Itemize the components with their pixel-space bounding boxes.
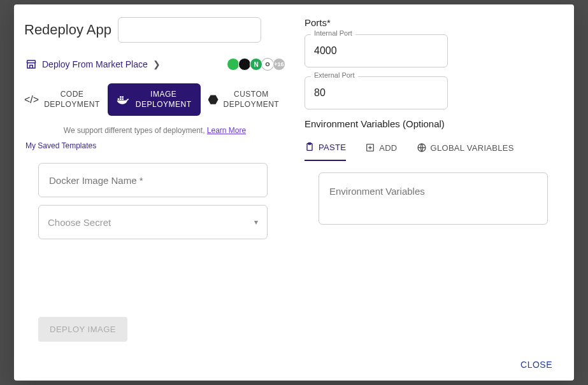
env-vars-box[interactable] xyxy=(319,172,548,225)
saved-templates-link[interactable]: My Saved Templates xyxy=(25,141,285,150)
docker-icon xyxy=(117,95,129,105)
image-deployment-option[interactable]: IMAGE DEPLOYMENT xyxy=(108,83,201,116)
dialog-title: Redeploy App xyxy=(24,22,111,38)
svg-rect-3 xyxy=(120,96,122,98)
close-button[interactable]: CLOSE xyxy=(517,359,556,370)
marketplace-link[interactable]: Deploy From Market Place ❯ xyxy=(25,59,161,70)
tab-paste[interactable]: PASTE xyxy=(305,142,346,161)
external-port-label: External Port xyxy=(311,71,358,79)
chevron-right-icon: ❯ xyxy=(153,59,161,69)
tab-global-variables[interactable]: GLOBAL VARIABLES xyxy=(417,143,514,160)
globe-icon xyxy=(417,143,427,153)
marketplace-badges: O +16 xyxy=(228,58,285,71)
docker-image-field[interactable] xyxy=(38,163,268,197)
store-icon xyxy=(25,59,37,70)
redeploy-dialog: Redeploy App Deploy From Market Place ❯ … xyxy=(14,4,574,381)
secret-placeholder: Choose Secret xyxy=(48,217,111,228)
badge-icon xyxy=(250,58,262,71)
clipboard-icon xyxy=(305,142,315,152)
env-vars-title: Environment Variables (Optional) xyxy=(305,118,564,129)
svg-rect-4 xyxy=(122,96,124,98)
svg-rect-1 xyxy=(120,98,122,100)
badge-icon xyxy=(238,58,251,71)
svg-rect-2 xyxy=(122,98,124,100)
svg-rect-0 xyxy=(117,98,119,100)
badge-icon xyxy=(227,58,240,71)
ports-title: Ports* xyxy=(305,17,564,28)
code-icon: </> xyxy=(24,94,39,106)
marketplace-label: Deploy From Market Place xyxy=(42,59,148,69)
hexagon-icon xyxy=(208,95,219,105)
learn-more-link[interactable]: Learn More xyxy=(207,126,246,135)
badge-more-icon: +16 xyxy=(273,58,285,71)
custom-deployment-option[interactable]: CUSTOM DEPLOYMENT xyxy=(208,90,280,109)
badge-icon: O xyxy=(261,58,274,71)
code-deployment-option[interactable]: </> CODE DEPLOYMENT xyxy=(24,90,100,109)
caret-down-icon: ▾ xyxy=(254,218,258,227)
choose-secret-select[interactable]: Choose Secret ▾ xyxy=(38,205,268,239)
plus-box-icon xyxy=(365,143,375,153)
deploy-image-button[interactable]: DEPLOY IMAGE xyxy=(38,317,127,342)
docker-image-input[interactable] xyxy=(48,174,258,186)
support-text: We support different types of deployment… xyxy=(24,126,285,135)
external-port-input[interactable] xyxy=(305,76,448,109)
tab-add[interactable]: ADD xyxy=(365,143,397,160)
internal-port-label: Internal Port xyxy=(311,29,355,37)
env-vars-textarea[interactable] xyxy=(328,185,538,210)
internal-port-input[interactable] xyxy=(305,34,448,67)
app-name-input[interactable] xyxy=(118,17,261,43)
